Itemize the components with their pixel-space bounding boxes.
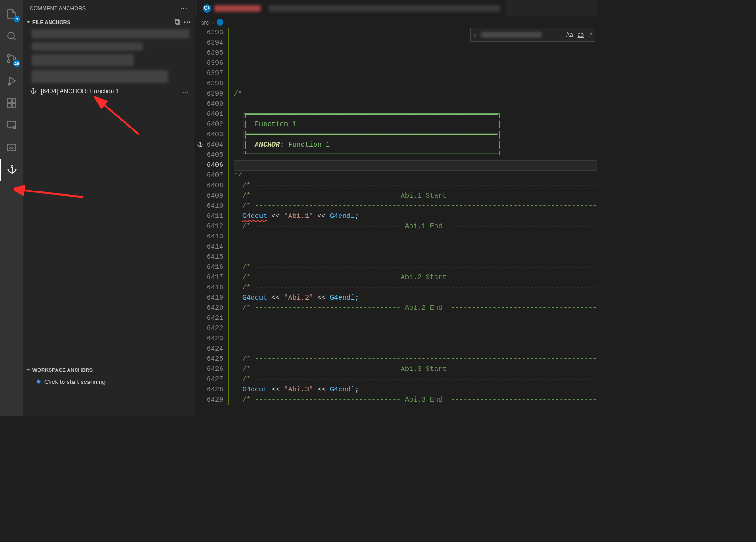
workspace-anchors-label: WORKSPACE ANCHORS — [32, 367, 93, 373]
sidebar-panel: COMMENT ANCHORS ··· FILE ANCHORS ··· [64… — [23, 0, 195, 416]
comment-anchors-icon[interactable] — [0, 159, 23, 181]
svg-point-0 — [8, 32, 14, 39]
redacted-item — [32, 42, 143, 51]
file-anchors-header[interactable]: FILE ANCHORS ··· — [23, 17, 194, 27]
editor-tab-bar: C+ — [195, 0, 597, 17]
scan-link[interactable]: Click to start scanning — [23, 375, 194, 388]
breadcrumb-separator: › — [212, 19, 214, 26]
cpp-file-icon: C+ — [203, 4, 211, 13]
svg-rect-7 — [7, 103, 11, 107]
editor-group: C+ src › ⌕ Aa ab .* 63936394639563966397… — [195, 0, 597, 416]
panel-title-row: COMMENT ANCHORS ··· — [23, 0, 194, 17]
svg-rect-13 — [176, 20, 180, 24]
svg-rect-5 — [7, 99, 11, 102]
scm-badge: 29 — [13, 60, 20, 67]
source-control-icon[interactable]: 29 — [0, 47, 23, 70]
workspace-anchors-header[interactable]: WORKSPACE ANCHORS — [23, 364, 194, 375]
redacted-filename — [214, 5, 261, 12]
svg-point-12 — [11, 166, 13, 167]
chevron-down-icon — [25, 19, 32, 26]
code-editor[interactable]: 6393639463956396639763986399640064016402… — [195, 28, 597, 416]
section-more-icon[interactable]: ··· — [184, 18, 191, 26]
line-number-gutter: 6393639463956396639763986399640064016402… — [205, 28, 228, 416]
svg-point-10 — [13, 126, 16, 129]
redacted-item — [32, 54, 134, 66]
svg-rect-11 — [7, 144, 16, 151]
cpp-file-icon — [217, 19, 223, 26]
svg-rect-6 — [12, 99, 16, 102]
svg-rect-14 — [175, 19, 179, 23]
redacted-item — [32, 29, 189, 38]
activity-bar: 1 29 — [0, 0, 23, 416]
breadcrumb-seg[interactable]: src — [201, 19, 209, 26]
chevron-down-icon — [25, 367, 32, 373]
anchor-item-label: [6404] ANCHOR: Function 1 — [41, 88, 177, 95]
extensions-icon[interactable] — [0, 92, 23, 114]
run-debug-icon[interactable] — [0, 70, 23, 92]
explorer-badge: 1 — [14, 16, 20, 22]
explorer-icon[interactable]: 1 — [0, 3, 23, 25]
scan-link-label: Click to start scanning — [44, 378, 106, 385]
breadcrumb[interactable]: src › — [195, 17, 597, 28]
anchor-item-more-icon[interactable]: … — [181, 88, 190, 95]
search-icon[interactable] — [0, 25, 23, 47]
redacted-item — [32, 70, 168, 83]
anchor-list-item[interactable]: [6404] ANCHOR: Function 1 … — [23, 85, 194, 97]
panel-more-icon[interactable]: ··· — [180, 4, 188, 13]
svg-point-18 — [200, 142, 201, 143]
svg-rect-8 — [12, 103, 16, 107]
copy-icon[interactable] — [174, 18, 181, 26]
svg-point-1 — [8, 55, 10, 57]
redacted-path — [269, 5, 500, 12]
editor-tab[interactable]: C+ — [197, 0, 506, 17]
panel-title: COMMENT ANCHORS — [30, 6, 86, 11]
file-anchors-label: FILE ANCHORS — [32, 19, 70, 25]
svg-point-15 — [33, 88, 34, 89]
remote-icon[interactable] — [0, 114, 23, 136]
image-icon[interactable] — [0, 136, 23, 159]
svg-point-3 — [13, 57, 16, 60]
svg-point-2 — [8, 60, 10, 63]
